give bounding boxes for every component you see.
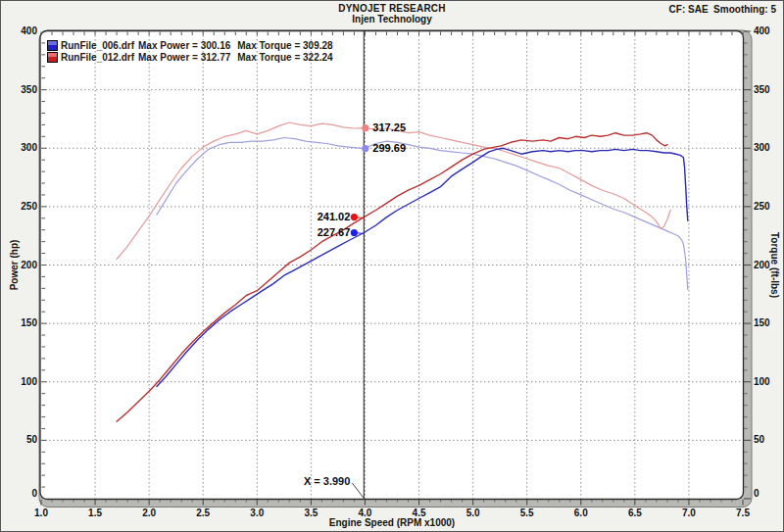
legend-max-torque: Max Torque = 309.28: [237, 40, 332, 51]
readout-dot: [351, 229, 358, 236]
app-title: DYNOJET RESEARCH: [1, 3, 783, 14]
x-tick-label: 7.0: [672, 508, 706, 518]
legend-swatch-blue: [47, 40, 58, 51]
y-right-tick-label: 100: [754, 376, 783, 387]
cursor-x-value-label: X = 3.990: [268, 475, 350, 487]
y-left-tick-label: 200: [8, 260, 37, 270]
y-right-tick-label: 150: [754, 317, 783, 328]
chart-subtitle: Injen Technology: [1, 14, 783, 24]
legend-row-runfile-012[interactable]: RunFile_012.drf Max Power = 312.77 Max T…: [47, 52, 333, 63]
readout-dot: [351, 214, 358, 220]
x-tick-label: 1.0: [24, 508, 58, 518]
y-left-tick-label: 300: [8, 142, 37, 153]
x-axis-title: Engine Speed (RPM x1000): [1, 517, 783, 528]
x-tick-label: 2.0: [132, 508, 166, 518]
legend-swatch-red: [47, 52, 58, 63]
cursor-readout-torque-012: 317.25: [372, 121, 406, 133]
y-right-tick-label: 250: [754, 201, 783, 212]
legend-file-name: RunFile_006.drf: [61, 40, 134, 51]
cursor-readout-torque-006: 299.69: [372, 142, 406, 154]
x-tick-label: 6.5: [618, 508, 652, 518]
y-right-tick-label: 200: [754, 260, 783, 270]
legend-file-name: RunFile_012.drf: [61, 52, 134, 63]
x-tick-label: 5.5: [511, 508, 544, 518]
x-tick-label: 3.0: [240, 508, 273, 518]
x-tick-label: 7.5: [726, 508, 760, 518]
y-left-tick-label: 250: [8, 201, 37, 212]
y-left-tick-label: 400: [8, 25, 37, 36]
x-tick-label: 4.5: [403, 508, 436, 518]
y-left-tick-label: 350: [8, 84, 37, 95]
y-right-tick-label: 350: [754, 84, 783, 95]
y-right-tick-label: 300: [754, 142, 783, 153]
y-left-tick-label: 100: [8, 376, 37, 387]
legend-max-power: Max Power = 300.16: [138, 40, 230, 51]
x-tick-label: 1.5: [78, 508, 112, 518]
y-right-tick-label: 400: [754, 25, 783, 36]
y-left-tick-label: 0: [8, 488, 37, 499]
x-tick-label: 6.0: [564, 508, 598, 518]
x-tick-label: 4.0: [348, 508, 381, 518]
y-right-tick-label: 50: [754, 434, 783, 445]
x-tick-label: 5.0: [457, 508, 490, 518]
legend-max-torque: Max Torque = 322.24: [237, 52, 332, 63]
x-tick-label: 3.5: [294, 508, 327, 518]
dyno-chart-window: DYNOJET RESEARCH Injen Technology CF: SA…: [0, 0, 784, 532]
y-left-tick-label: 50: [8, 434, 37, 445]
cursor-readout-power-006: 227.67: [299, 226, 350, 238]
correction-smoothing-label: CF: SAE Smoothing: 5: [669, 4, 776, 15]
chart-canvas[interactable]: [1, 1, 784, 532]
y-right-tick-label: 0: [754, 488, 783, 499]
x-tick-label: 2.5: [186, 508, 220, 518]
cursor-readout-power-012: 241.02: [299, 211, 350, 222]
readout-dot: [362, 124, 368, 131]
legend-row-runfile-006[interactable]: RunFile_006.drf Max Power = 300.16 Max T…: [47, 40, 333, 51]
legend-max-power: Max Power = 312.77: [138, 52, 230, 63]
readout-dot: [362, 145, 368, 152]
y-left-tick-label: 150: [8, 317, 37, 328]
